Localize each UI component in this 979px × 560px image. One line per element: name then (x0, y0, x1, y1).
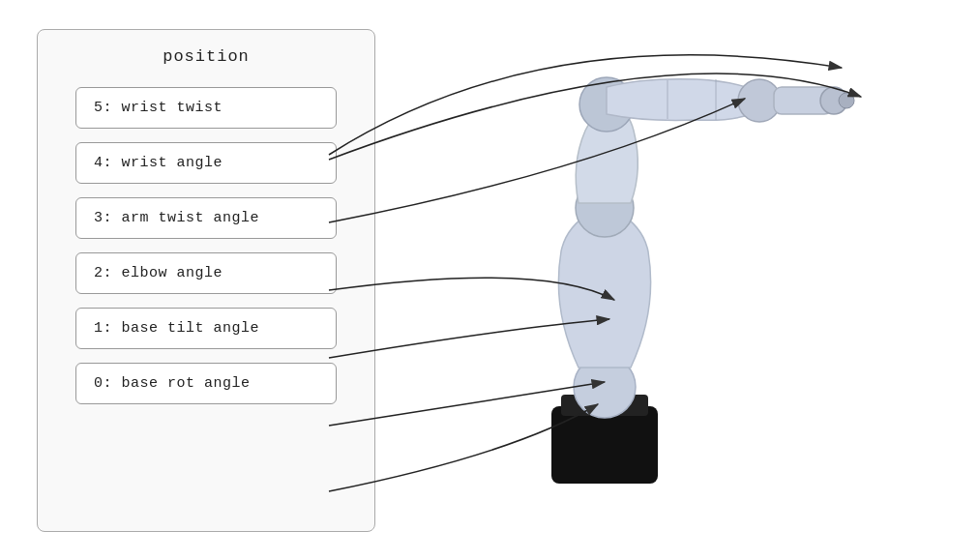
robot-base-top (561, 395, 648, 416)
arrow-joint-5 (329, 55, 842, 155)
main-container: position 5: wrist twist 4: wrist angle 3… (0, 0, 979, 560)
robot-joint-base (574, 356, 636, 418)
joint-item-4[interactable]: 4: wrist angle (75, 142, 337, 184)
joint-item-1[interactable]: 1: base tilt angle (75, 308, 337, 349)
robot-base (551, 406, 658, 484)
robot-tip (839, 93, 854, 108)
joint-panel: position 5: wrist twist 4: wrist angle 3… (37, 29, 375, 532)
robot-elbow-joint (576, 179, 634, 237)
robot-shoulder-joint (579, 77, 634, 132)
robot-end-effector (774, 87, 832, 114)
robot-upper-arm (576, 106, 638, 203)
joint-item-0[interactable]: 0: base rot angle (75, 363, 337, 404)
robot-forearm (607, 79, 762, 121)
joint-item-2[interactable]: 2: elbow angle (75, 252, 337, 294)
robot-arm (551, 77, 854, 484)
joint-item-5[interactable]: 5: wrist twist (75, 87, 337, 129)
arrow-joint-5b (329, 74, 861, 160)
robot-tip-joint (820, 87, 847, 114)
panel-title: position (163, 47, 250, 66)
robot-lower-arm (558, 213, 650, 368)
joint-item-3[interactable]: 3: arm twist angle (75, 197, 337, 239)
robot-wrist-joint (738, 79, 781, 122)
arrow-joint-4 (329, 99, 745, 222)
